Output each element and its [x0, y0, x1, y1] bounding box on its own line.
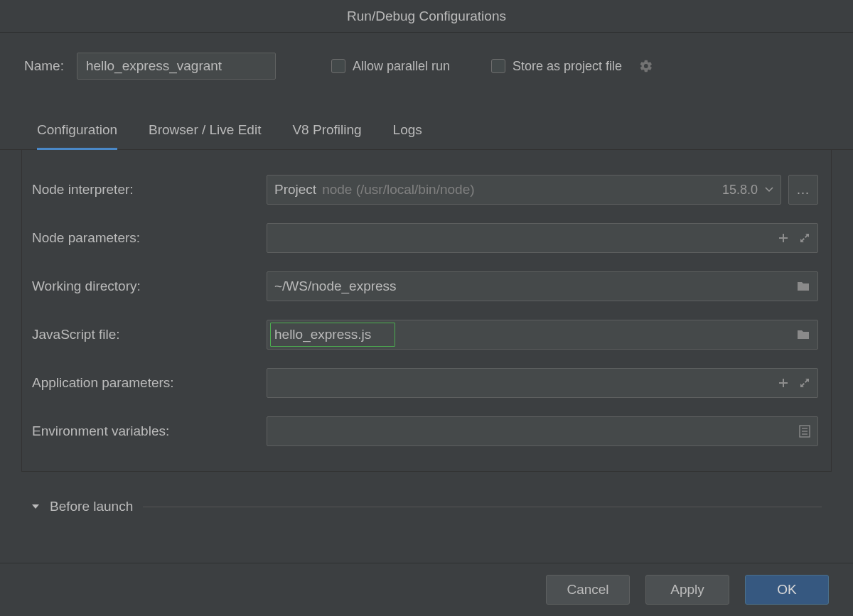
row-javascript-file: JavaScript file: hello_express.js [32, 310, 818, 359]
before-launch-label: Before launch [50, 499, 133, 514]
dialog-footer: Cancel Apply OK [0, 563, 853, 616]
row-application-parameters: Application parameters: [32, 359, 818, 407]
tab-logs[interactable]: Logs [393, 122, 422, 149]
ok-button[interactable]: OK [745, 575, 829, 605]
gear-icon[interactable] [639, 59, 653, 73]
expand-icon[interactable] [799, 377, 810, 389]
node-interpreter-label: Node interpreter: [32, 182, 259, 198]
node-interpreter-hint: node (/usr/local/bin/node) [322, 182, 722, 198]
application-parameters-label: Application parameters: [32, 375, 259, 391]
working-directory-label: Working directory: [32, 279, 259, 294]
divider [143, 507, 822, 507]
name-label: Name: [24, 58, 64, 74]
name-input[interactable] [77, 53, 276, 80]
expand-icon[interactable] [799, 232, 810, 244]
node-parameters-input[interactable] [267, 223, 818, 253]
before-launch-section[interactable]: Before launch [0, 472, 853, 522]
environment-variables-input[interactable] [267, 416, 818, 446]
chevron-down-icon [765, 187, 773, 193]
checkbox-icon [491, 59, 505, 73]
dialog-title: Run/Debug Configurations [0, 0, 853, 32]
javascript-file-value: hello_express.js [274, 327, 796, 342]
row-node-parameters: Node parameters: [32, 214, 818, 262]
store-as-project-file-checkbox[interactable]: Store as project file [491, 59, 622, 74]
plus-icon[interactable] [778, 232, 789, 244]
node-interpreter-select[interactable]: Project node (/usr/local/bin/node) 15.8.… [267, 175, 781, 205]
folder-icon[interactable] [796, 281, 810, 292]
row-node-interpreter: Node interpreter: Project node (/usr/loc… [32, 166, 818, 214]
node-parameters-label: Node parameters: [32, 230, 259, 246]
tab-configuration[interactable]: Configuration [37, 122, 117, 150]
javascript-file-input[interactable]: hello_express.js [267, 320, 818, 350]
allow-parallel-run-checkbox[interactable]: Allow parallel run [331, 59, 450, 74]
config-panel: Node interpreter: Project node (/usr/loc… [21, 150, 832, 472]
tab-v8-profiling[interactable]: V8 Profiling [292, 122, 361, 149]
tabs: Configuration Browser / Live Edit V8 Pro… [0, 87, 853, 150]
chevron-down-icon [31, 504, 40, 510]
dialog-title-text: Run/Debug Configurations [347, 9, 506, 24]
header-row: Name: Allow parallel run Store as projec… [0, 33, 853, 87]
node-interpreter-prefix: Project [274, 182, 316, 198]
row-environment-variables: Environment variables: [32, 407, 818, 455]
application-parameters-input[interactable] [267, 368, 818, 398]
plus-icon[interactable] [778, 377, 789, 389]
environment-variables-label: Environment variables: [32, 423, 259, 439]
apply-button[interactable]: Apply [645, 575, 729, 605]
node-interpreter-version: 15.8.0 [722, 183, 758, 198]
store-as-project-label: Store as project file [513, 59, 622, 74]
cancel-button[interactable]: Cancel [546, 575, 630, 605]
folder-icon[interactable] [796, 329, 810, 340]
node-interpreter-browse-button[interactable]: ... [788, 175, 818, 205]
working-directory-input[interactable]: ~/WS/node_express [267, 271, 818, 301]
list-icon[interactable] [799, 425, 810, 438]
javascript-file-label: JavaScript file: [32, 327, 259, 342]
working-directory-value: ~/WS/node_express [274, 279, 796, 294]
checkbox-icon [331, 59, 345, 73]
tab-browser-live-edit[interactable]: Browser / Live Edit [149, 122, 261, 149]
allow-parallel-label: Allow parallel run [353, 59, 450, 74]
row-working-directory: Working directory: ~/WS/node_express [32, 262, 818, 310]
